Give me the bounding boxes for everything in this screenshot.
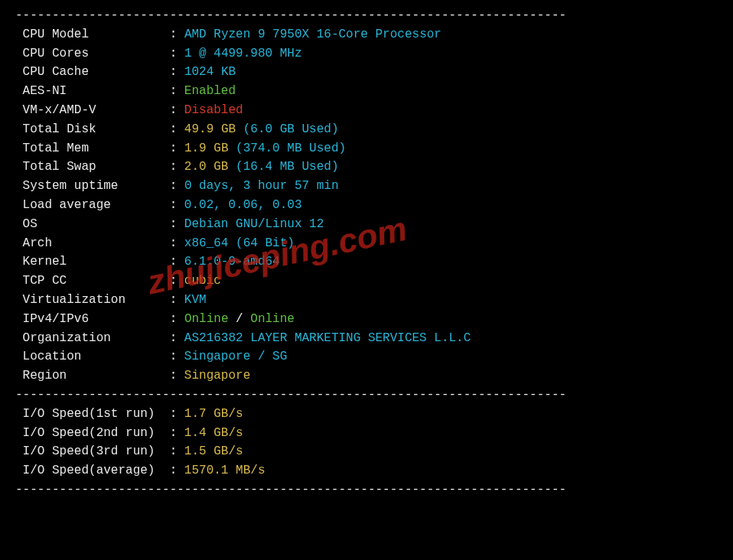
value-segment: AMD Ryzen 9 7950X 16-Core Processor: [184, 28, 441, 41]
info-label: CPU Cache: [23, 65, 89, 79]
value-segment: 1.4: [184, 426, 213, 440]
value-segment: GB/s: [213, 407, 243, 421]
colon: :: [170, 293, 178, 307]
value-segment: 6.1.0-9-amd64: [184, 255, 280, 269]
value-segment: 1 @ 4499.980 MHz: [184, 47, 302, 60]
value-segment: GB: [221, 122, 236, 136]
value-segment: 1024 KB: [184, 65, 236, 79]
colon: :: [170, 331, 178, 345]
colon: :: [170, 198, 178, 212]
system-info-block: CPU Model : AMD Ryzen 9 7950X 16-Core Pr…: [15, 25, 718, 386]
value-segment: GB/s: [213, 426, 243, 440]
info-label: System uptime: [23, 179, 119, 193]
value-segment: Disabled: [184, 103, 243, 117]
io-speed-block: I/O Speed(1st run) : 1.7 GB/s I/O Speed(…: [15, 405, 718, 480]
info-label: Total Disk: [23, 122, 96, 136]
info-label: Organization: [23, 331, 111, 345]
colon: :: [170, 350, 178, 363]
colon: :: [170, 160, 178, 174]
info-label: IPv4/IPv6: [23, 312, 89, 326]
value-segment: KVM: [184, 293, 207, 307]
colon: :: [170, 47, 178, 60]
value-segment: 49.9: [184, 122, 221, 136]
info-label: OS: [23, 217, 37, 231]
info-label: Arch: [23, 236, 52, 250]
value-segment: GB: [213, 160, 228, 174]
colon: :: [170, 142, 178, 155]
info-label: Kernel: [23, 255, 67, 269]
value-segment: AS216382 LAYER MARKETING SERVICES L.L.C: [184, 331, 471, 345]
colon: :: [170, 65, 178, 79]
info-label: Total Swap: [23, 160, 96, 174]
colon: :: [170, 179, 178, 193]
value-segment: GB/s: [213, 444, 243, 458]
value-segment: (6.0 GB Used): [236, 122, 338, 136]
colon: :: [170, 28, 178, 41]
value-segment: Singapore: [184, 369, 250, 383]
info-label: CPU Cores: [23, 47, 89, 60]
info-label: AES-NI: [23, 84, 67, 98]
value-segment: /: [228, 312, 250, 326]
info-label: CPU Model: [23, 28, 89, 41]
colon: :: [170, 464, 178, 477]
colon: :: [170, 255, 178, 269]
colon: :: [170, 274, 178, 288]
colon: :: [170, 122, 178, 136]
colon: :: [170, 84, 178, 98]
value-segment: 1.7: [184, 407, 213, 421]
info-label: I/O Speed(3rd run): [23, 444, 155, 458]
colon: :: [170, 236, 178, 250]
info-label: Total Mem: [23, 142, 89, 155]
colon: :: [170, 426, 178, 440]
colon: :: [170, 312, 178, 326]
colon: :: [170, 407, 178, 421]
value-segment: cubic: [184, 274, 221, 288]
value-segment: Online: [184, 312, 229, 326]
info-label: I/O Speed(average): [23, 464, 155, 477]
value-segment: x86_64 (64 Bit): [184, 236, 295, 250]
info-label: VM-x/AMD-V: [23, 103, 96, 117]
info-label: I/O Speed(2nd run): [23, 426, 155, 440]
separator-top: ----------------------------------------…: [15, 8, 566, 22]
value-segment: MB/s: [236, 464, 265, 477]
value-segment: Online: [250, 312, 295, 326]
terminal-output[interactable]: ----------------------------------------…: [0, 0, 733, 506]
value-segment: Debian GNU/Linux 12: [184, 217, 324, 231]
colon: :: [170, 444, 178, 458]
info-label: I/O Speed(1st run): [23, 407, 155, 421]
separator-bottom: ----------------------------------------…: [15, 483, 566, 497]
value-segment: 1.5: [184, 444, 213, 458]
info-label: Region: [23, 369, 67, 383]
value-segment: GB: [213, 142, 228, 155]
colon: :: [170, 369, 178, 383]
value-segment: 0.02, 0.06, 0.03: [184, 198, 302, 212]
colon: :: [170, 103, 178, 117]
info-label: Location: [23, 350, 82, 363]
value-segment: Singapore / SG: [184, 350, 287, 363]
info-label: TCP CC: [23, 274, 67, 288]
value-segment: 0 days, 3 hour 57 min: [184, 179, 339, 193]
separator-mid: ----------------------------------------…: [15, 388, 566, 402]
value-segment: (16.4 MB Used): [228, 160, 338, 174]
value-segment: (374.0 MB Used): [228, 142, 346, 155]
info-label: Load average: [23, 198, 111, 212]
value-segment: 1570.1: [184, 464, 236, 477]
value-segment: Enabled: [184, 84, 236, 98]
value-segment: 1.9: [184, 142, 213, 155]
value-segment: 2.0: [184, 160, 213, 174]
colon: :: [170, 217, 178, 231]
info-label: Virtualization: [23, 293, 125, 307]
